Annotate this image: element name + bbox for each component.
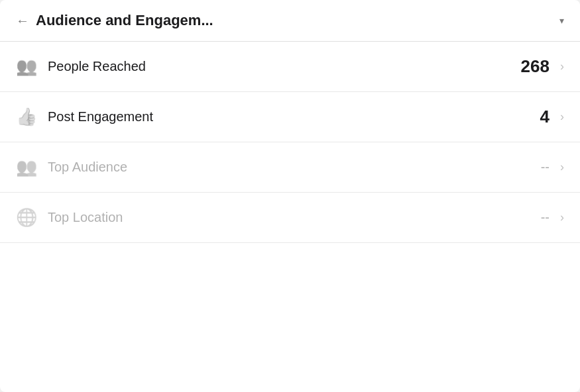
people-reached-value: 268 (521, 56, 550, 77)
top-location-label: Top Location (48, 210, 541, 225)
dropdown-arrow-icon[interactable]: ▾ (559, 15, 564, 26)
row-top-audience[interactable]: Top Audience -- › (0, 142, 580, 193)
page-title: Audience and Engagem... (36, 12, 553, 29)
people-reached-icon (16, 56, 48, 77)
people-reached-chevron: › (560, 60, 564, 74)
header: ← Audience and Engagem... ▾ (0, 0, 580, 42)
row-top-location[interactable]: Top Location -- › (0, 193, 580, 243)
top-location-chevron: › (560, 211, 564, 224)
top-audience-label: Top Audience (48, 160, 541, 175)
post-engagement-value: 4 (540, 107, 550, 127)
post-engagement-chevron: › (560, 110, 564, 124)
top-audience-icon-wrap (16, 157, 48, 177)
top-location-value: -- (541, 210, 550, 225)
post-engagement-icon-wrap (16, 107, 48, 127)
people-icon (16, 56, 37, 77)
card: ← Audience and Engagem... ▾ People Reach… (0, 0, 580, 392)
row-people-reached[interactable]: People Reached 268 › (0, 42, 580, 92)
top-location-icon-wrap (16, 207, 48, 228)
top-audience-value: -- (541, 160, 550, 175)
top-audience-chevron: › (560, 160, 564, 174)
like-icon (16, 107, 37, 127)
audience-icon (16, 157, 37, 177)
back-button[interactable]: ← (16, 13, 29, 28)
globe-icon (16, 207, 37, 228)
post-engagement-label: Post Engagement (48, 109, 540, 124)
people-reached-label: People Reached (48, 59, 521, 74)
row-post-engagement[interactable]: Post Engagement 4 › (0, 92, 580, 142)
